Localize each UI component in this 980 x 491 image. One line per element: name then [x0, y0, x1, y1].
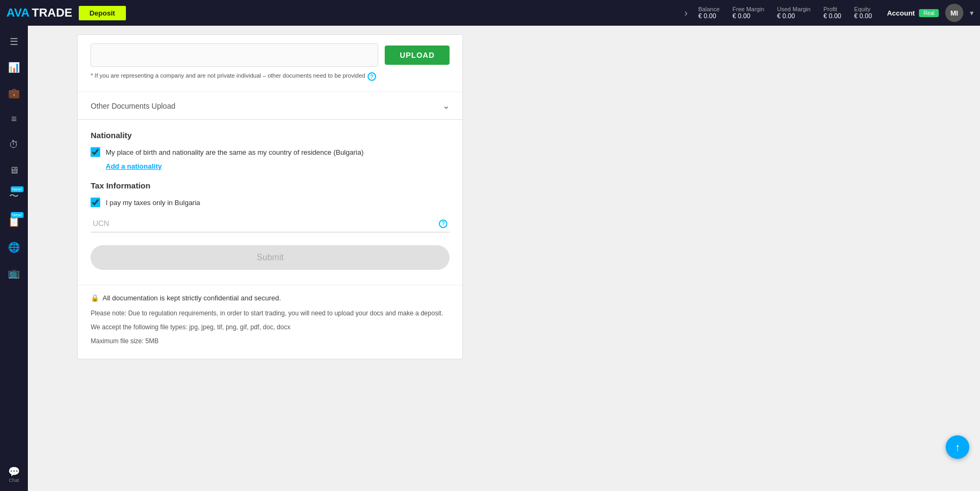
menu-icon: ☰ [10, 37, 18, 47]
logo-trade: TRADE [32, 6, 72, 20]
chat-label: Chat [9, 478, 19, 483]
info-note2: We accept the following file types: jpg,… [91, 322, 450, 332]
ucn-info-icon[interactable]: ? [439, 220, 447, 228]
sidebar: ☰ 📊 💼 ≡ ⏱ 🖥 〜 New! 📋 New! 🌐 📺 [0, 26, 28, 491]
signals-icon: 〜 [9, 191, 19, 201]
file-input-area[interactable] [91, 43, 378, 67]
logo: AVATRADE [6, 6, 72, 20]
reports-badge: New! [11, 212, 24, 218]
upload-section: UPLOAD * If you are representing a compa… [78, 35, 462, 92]
right-panel [513, 26, 981, 491]
account-dropdown-icon[interactable]: ▾ [970, 9, 974, 17]
ucn-input[interactable] [91, 215, 450, 232]
tax-checkbox-row: I pay my taxes only in Bulgaria [91, 198, 450, 207]
account-label: Account [887, 9, 915, 17]
free-margin-stat: Free Margin € 0.00 [732, 6, 764, 20]
logo-av: AVA [6, 6, 29, 20]
tax-title: Tax Information [91, 181, 450, 190]
used-margin-stat: Used Margin € 0.00 [777, 6, 810, 20]
chat-icon: 💬 [8, 467, 20, 477]
profit-label: Profit [824, 6, 837, 12]
tax-checkbox-label: I pay my taxes only in Bulgaria [106, 199, 200, 207]
account-badge: Real [919, 9, 939, 17]
free-margin-label: Free Margin [732, 6, 764, 12]
sidebar-item-list[interactable]: ≡ [2, 107, 26, 131]
portfolio-icon: 💼 [8, 88, 20, 98]
sidebar-item-screen[interactable]: 🖥 [2, 158, 26, 182]
sidebar-item-signals[interactable]: 〜 New! [2, 184, 26, 208]
nationality-title: Nationality [91, 131, 450, 140]
bottom-info: 🔒 All documentation is kept strictly con… [78, 285, 462, 359]
company-note-text: * If you are representing a company and … [91, 72, 365, 79]
avatar[interactable]: MI [945, 4, 963, 22]
sidebar-item-history[interactable]: ⏱ [2, 133, 26, 156]
form-card: UPLOAD * If you are representing a compa… [77, 34, 463, 359]
main-content: UPLOAD * If you are representing a compa… [28, 26, 513, 491]
sidebar-item-globe[interactable]: 🌐 [2, 236, 26, 259]
info-note1: Please note: Due to regulation requireme… [91, 308, 450, 318]
form-section: Nationality My place of birth and nation… [78, 120, 462, 285]
balance-label: Balance [698, 6, 720, 12]
upload-button[interactable]: UPLOAD [385, 46, 450, 65]
history-icon: ⏱ [9, 140, 19, 149]
equity-label: Equity [854, 6, 871, 12]
nationality-checkbox[interactable] [91, 147, 100, 157]
equity-stat: Equity € 0.00 [854, 6, 872, 20]
equity-value: € 0.00 [854, 12, 872, 20]
list-icon: ≡ [11, 114, 17, 124]
other-docs-section: Other Documents Upload ⌄ [78, 92, 462, 120]
other-docs-header[interactable]: Other Documents Upload ⌄ [78, 92, 462, 119]
sidebar-item-reports[interactable]: 📋 New! [2, 210, 26, 233]
sidebar-item-chart[interactable]: 📊 [2, 56, 26, 79]
security-line: 🔒 All documentation is kept strictly con… [91, 294, 450, 302]
sidebar-item-portfolio[interactable]: 💼 [2, 81, 26, 105]
sidebar-item-tv[interactable]: 📺 [2, 261, 26, 285]
lock-icon: 🔒 [91, 294, 99, 302]
scroll-to-top-button[interactable]: ↑ [946, 435, 969, 459]
screen-icon: 🖥 [9, 165, 19, 175]
other-docs-title: Other Documents Upload [91, 102, 175, 110]
deposit-button[interactable]: Deposit [79, 6, 126, 20]
ucn-row: ? [91, 215, 450, 232]
info-note3: Maximum file size: 5MB [91, 336, 450, 346]
globe-icon: 🌐 [8, 243, 20, 252]
tax-checkbox[interactable] [91, 198, 100, 207]
tax-section: Tax Information I pay my taxes only in B… [91, 181, 450, 232]
company-note-info-icon[interactable]: ? [368, 72, 376, 81]
add-nationality-link[interactable]: Add a nationality [106, 162, 450, 170]
upload-row: UPLOAD [91, 43, 450, 67]
header-stats: Balance € 0.00 Free Margin € 0.00 Used M… [698, 6, 872, 20]
company-note: * If you are representing a company and … [91, 72, 450, 81]
free-margin-value: € 0.00 [732, 12, 750, 20]
header: AVATRADE Deposit › Balance € 0.00 Free M… [0, 0, 980, 26]
other-docs-chevron-icon: ⌄ [443, 101, 450, 111]
balance-stat: Balance € 0.00 [698, 6, 720, 20]
account-section: Account Real [887, 9, 939, 17]
profit-value: € 0.00 [824, 12, 841, 20]
tv-icon: 📺 [8, 268, 20, 278]
nationality-checkbox-row: My place of birth and nationality are th… [91, 147, 450, 157]
used-margin-value: € 0.00 [777, 12, 795, 20]
signals-badge: New! [11, 186, 24, 192]
submit-button[interactable]: Submit [91, 245, 450, 270]
nationality-checkbox-label: My place of birth and nationality are th… [106, 148, 363, 156]
chart-icon: 📊 [8, 63, 20, 72]
used-margin-label: Used Margin [777, 6, 810, 12]
security-text: All documentation is kept strictly confi… [102, 294, 281, 302]
reports-icon: 📋 [8, 217, 20, 226]
balance-value: € 0.00 [698, 12, 716, 20]
profit-stat: Profit € 0.00 [824, 6, 841, 20]
sidebar-item-chat[interactable]: 💬 Chat [2, 463, 26, 487]
expand-icon[interactable]: › [684, 7, 687, 19]
sidebar-item-menu[interactable]: ☰ [2, 30, 26, 54]
